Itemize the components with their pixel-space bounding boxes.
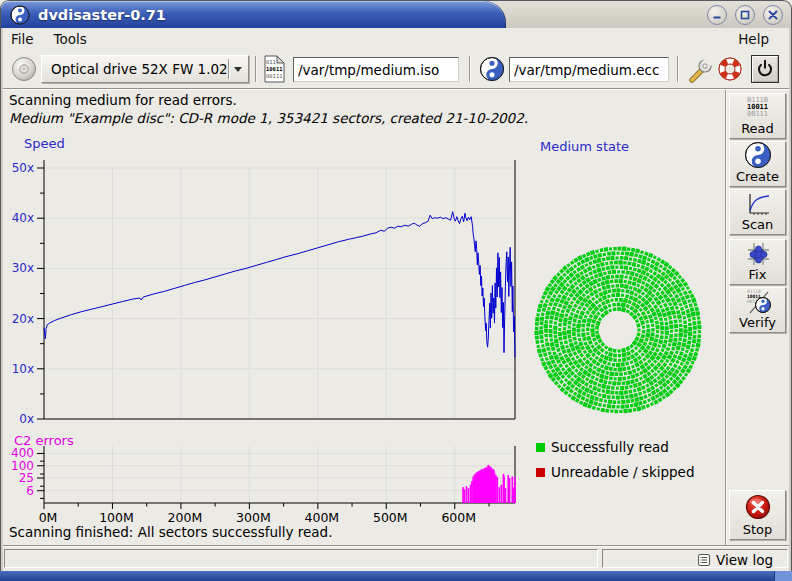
toolbar-separator — [677, 56, 679, 82]
svg-text:50x: 50x — [12, 161, 34, 175]
speed-curve-icon — [730, 190, 785, 217]
ecc-path-input[interactable] — [509, 57, 669, 82]
main-area: Scanning medium for read errors. Medium … — [0, 90, 792, 545]
puzzle-piece-icon — [730, 240, 785, 267]
fix-button[interactable]: Fix — [729, 239, 786, 285]
button-label: Fix — [749, 267, 767, 282]
lifebuoy-logo-icon[interactable] — [716, 55, 744, 83]
titlebar[interactable]: dvdisaster-0.71 — [0, 0, 792, 28]
menu-help[interactable]: Help — [730, 29, 777, 49]
svg-text:011: 011 — [266, 59, 276, 65]
statusbar-left-segment — [4, 549, 598, 568]
close-button[interactable] — [763, 5, 783, 25]
svg-text:0x: 0x — [19, 412, 34, 426]
svg-text:100M: 100M — [99, 510, 134, 525]
svg-text:200M: 200M — [168, 510, 203, 525]
button-label: Verify — [739, 315, 776, 330]
red-x-circle-icon — [730, 491, 785, 522]
legend-item-unreadable: Unreadable / skipped — [536, 464, 694, 480]
svg-text:40x: 40x — [12, 211, 34, 225]
svg-text:10011: 10011 — [266, 66, 283, 72]
svg-text:30x: 30x — [12, 261, 34, 275]
statusbar: View log — [0, 545, 792, 571]
svg-text:400: 400 — [11, 446, 34, 460]
ecc-yinyang-icon — [479, 56, 505, 82]
svg-text:10x: 10x — [12, 362, 34, 376]
titlebar-tab[interactable]: dvdisaster-0.71 — [1, 1, 506, 29]
maximize-icon — [739, 9, 751, 21]
iso-path-input[interactable] — [293, 57, 459, 82]
view-log-button[interactable]: View log — [697, 552, 773, 568]
svg-text:600M: 600M — [441, 510, 476, 525]
menubar: File Tools Help — [1, 28, 791, 50]
red-swatch-icon — [536, 468, 545, 477]
button-label: Read — [741, 121, 774, 136]
green-swatch-icon — [536, 443, 545, 452]
preferences-wrench-icon[interactable] — [685, 55, 713, 83]
binary-block-icon: 01110 10011 00111 — [730, 94, 785, 121]
app-yinyang-icon — [10, 5, 30, 25]
svg-text:6: 6 — [26, 484, 34, 498]
resize-grip[interactable] — [774, 571, 792, 581]
toolbar-separator — [255, 56, 257, 82]
legend-label: Successfully read — [551, 439, 669, 455]
scan-result-text: Scanning finished: All sectors successfu… — [9, 524, 332, 540]
drive-selector[interactable]: Optical drive 52X FW 1.02 — [41, 55, 249, 83]
stop-button[interactable]: Stop — [729, 490, 786, 540]
svg-text:400M: 400M — [305, 510, 340, 525]
create-button[interactable]: Create — [729, 141, 786, 187]
binary-image-file-icon: 011 10011 00111 — [263, 55, 286, 83]
toolbar-separator — [469, 56, 471, 82]
log-list-icon — [697, 553, 711, 567]
button-label: Stop — [743, 522, 773, 537]
menu-tools[interactable]: Tools — [44, 29, 97, 49]
statusbar-right-segment: View log — [602, 549, 788, 568]
medium-state-title: Medium state — [540, 139, 629, 154]
chevron-down-icon — [229, 67, 248, 72]
window-title: dvdisaster-0.71 — [38, 7, 166, 23]
minimize-icon — [711, 9, 723, 21]
close-icon — [767, 9, 779, 21]
maximize-button[interactable] — [735, 5, 755, 25]
menu-file[interactable]: File — [1, 29, 44, 49]
sidebar-separator — [725, 90, 727, 545]
button-label: Create — [736, 169, 779, 184]
scan-button[interactable]: Scan — [729, 189, 786, 235]
svg-text:500M: 500M — [373, 510, 408, 525]
minimize-button[interactable] — [707, 5, 727, 25]
power-button[interactable] — [751, 55, 779, 83]
legend-item-success: Successfully read — [536, 439, 669, 455]
speed-chart-title: Speed — [24, 136, 65, 151]
view-log-label: View log — [716, 552, 773, 568]
svg-text:0M: 0M — [39, 510, 58, 525]
svg-text:25: 25 — [19, 471, 34, 485]
svg-text:20x: 20x — [12, 312, 34, 326]
read-button[interactable]: 01110 10011 00111 Read — [729, 93, 786, 139]
optical-drive-icon — [11, 56, 37, 82]
drive-selector-value: Optical drive 52X FW 1.02 — [42, 61, 228, 77]
legend-label: Unreadable / skipped — [551, 464, 694, 480]
binary-yinyang-compare-icon: 01110 10011 00111 — [730, 287, 785, 315]
window-bottom-frame — [0, 571, 792, 581]
yinyang-icon — [730, 141, 785, 169]
power-icon — [753, 57, 777, 81]
button-label: Scan — [742, 217, 774, 232]
svg-text:300M: 300M — [236, 510, 271, 525]
app-window: dvdisaster-0.71 File Tools Help — [0, 0, 792, 581]
verify-button[interactable]: 01110 10011 00111 Verify — [729, 287, 786, 333]
window-left-frame — [0, 28, 3, 571]
medium-state-disc — [534, 246, 701, 413]
svg-text:00111: 00111 — [266, 73, 283, 79]
c2-chart-title: C2 errors — [14, 433, 74, 448]
toolbar: Optical drive 52X FW 1.02 011 10011 0011… — [1, 50, 791, 88]
svg-text:100: 100 — [11, 459, 34, 473]
